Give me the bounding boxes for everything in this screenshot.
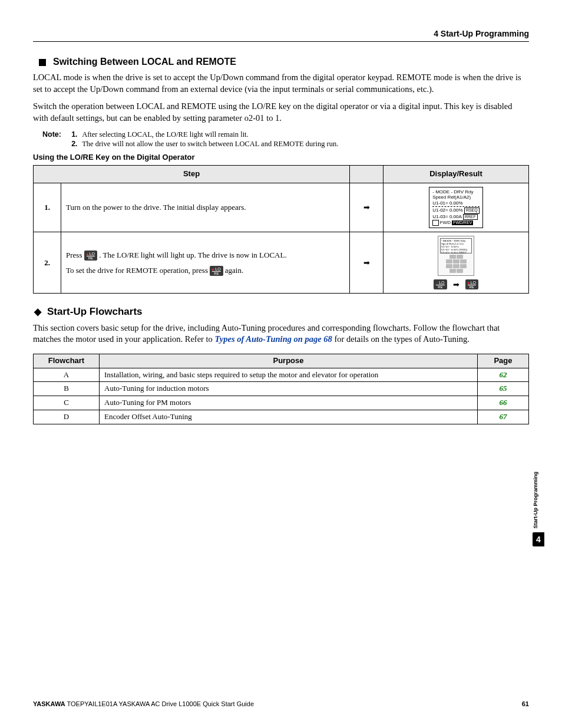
keypad-image: - MODE - DRV RdySpeed Ref(A1/A2)U1-01= 0… xyxy=(438,236,474,276)
note-block: Note: 1. After selecting LOCAL, the LO/R… xyxy=(42,130,529,149)
display-result: - MODE - DRV RdySpeed Ref(A1/A2)U1-01= 0… xyxy=(384,232,529,294)
note-number: 2. xyxy=(71,139,80,149)
note-text: The drive will not allow the user to swi… xyxy=(82,139,338,149)
lcd-line: - MODE - DRV Rdy xyxy=(432,189,479,195)
fc-id: D xyxy=(34,410,100,424)
step-number: 1. xyxy=(34,183,61,232)
col-arrow xyxy=(350,165,384,183)
col-display: Display/Result xyxy=(384,165,529,183)
section-heading-local-remote: Switching Between LOCAL and REMOTE xyxy=(39,56,529,68)
section-title: Start-Up Flowcharts xyxy=(47,305,143,318)
section-heading-flowcharts: Start-Up Flowcharts xyxy=(34,305,529,318)
fc-page-link[interactable]: 62 xyxy=(478,368,529,382)
table-row: 2. Press LORE . The LO/RE light will lig… xyxy=(34,232,529,294)
paragraph: LOCAL mode is when the drive is set to a… xyxy=(33,72,529,95)
col-page: Page xyxy=(478,354,529,368)
sub-heading: Using the LO/RE Key on the Digital Opera… xyxy=(33,153,529,163)
side-tab-label: Start-Up Programming xyxy=(533,472,540,529)
lcd-line: Speed Ref(A1/A2) xyxy=(432,195,479,200)
fc-id: A xyxy=(34,368,100,382)
fc-page-link[interactable]: 65 xyxy=(478,382,529,396)
fc-purpose: Encoder Offset Auto-Tuning xyxy=(100,410,478,424)
note-label: Note: xyxy=(42,130,70,139)
footer-page-number: 61 xyxy=(522,700,529,708)
footer-doc: YASKAWA TOEPYAIL1E01A YASKAWA AC Drive L… xyxy=(33,700,254,708)
fc-id: C xyxy=(34,396,100,410)
side-tab-number: 4 xyxy=(533,532,544,546)
table-row: D Encoder Offset Auto-Tuning 67 xyxy=(34,410,529,424)
col-purpose: Purpose xyxy=(100,354,478,368)
lcd-line: U1-02= 0.00% RSEQ xyxy=(432,207,479,213)
lo-re-key-icon: LORE xyxy=(210,266,223,276)
note-number: 1. xyxy=(71,130,80,139)
col-flowchart: Flowchart xyxy=(34,354,100,368)
step-number: 2. xyxy=(34,232,61,294)
arrow-icon: ➡ xyxy=(453,280,459,290)
table-row: A Installation, wiring, and basic steps … xyxy=(34,368,529,382)
lo-re-key-on-icon: LORE xyxy=(465,279,478,289)
page-header: 4 Start-Up Programming xyxy=(33,28,529,42)
fc-page-link[interactable]: 67 xyxy=(478,410,529,424)
display-result: - MODE - DRV Rdy Speed Ref(A1/A2) U1-01=… xyxy=(384,183,529,232)
paragraph: This section covers basic setup for the … xyxy=(33,322,529,345)
fc-id: B xyxy=(34,382,100,396)
paragraph: Switch the operation between LOCAL and R… xyxy=(33,101,529,124)
lcd-line: ■ FWD FWD/REV xyxy=(432,220,479,226)
table-row: C Auto-Tuning for PM motors 66 xyxy=(34,396,529,410)
side-tab: Start-Up Programming 4 xyxy=(533,472,544,546)
arrow-icon: ➡ xyxy=(350,232,384,294)
fc-page-link[interactable]: 66 xyxy=(478,396,529,410)
flowchart-table: Flowchart Purpose Page A Installation, w… xyxy=(33,354,529,424)
col-step: Step xyxy=(34,165,350,183)
step-text: Turn on the power to the drive. The init… xyxy=(61,183,350,232)
lo-re-key-off-icon: LORE xyxy=(434,279,447,289)
step-table: Step Display/Result 1. Turn on the power… xyxy=(33,165,529,294)
step-text: Press LORE . The LO/RE light will light … xyxy=(61,232,350,294)
lo-re-key-icon: LORE xyxy=(84,251,97,261)
fc-purpose: Installation, wiring, and basic steps re… xyxy=(100,368,478,382)
table-row: 1. Turn on the power to the drive. The i… xyxy=(34,183,529,232)
link-auto-tuning-types[interactable]: Types of Auto-Tuning on page 68 xyxy=(214,334,332,344)
table-row: B Auto-Tuning for induction motors 65 xyxy=(34,382,529,396)
lcd-line: U1-01= 0.00% xyxy=(432,200,479,206)
arrow-icon: ➡ xyxy=(350,183,384,232)
note-text: After selecting LOCAL, the LO/RE light w… xyxy=(82,130,249,139)
fc-purpose: Auto-Tuning for induction motors xyxy=(100,382,478,396)
section-title: Switching Between LOCAL and REMOTE xyxy=(53,56,236,68)
page-footer: YASKAWA TOEPYAIL1E01A YASKAWA AC Drive L… xyxy=(33,700,529,708)
fc-purpose: Auto-Tuning for PM motors xyxy=(100,396,478,410)
lcd-display: - MODE - DRV Rdy Speed Ref(A1/A2) U1-01=… xyxy=(429,187,482,229)
lcd-line: U1-03= 0.00A RREF xyxy=(432,214,479,220)
